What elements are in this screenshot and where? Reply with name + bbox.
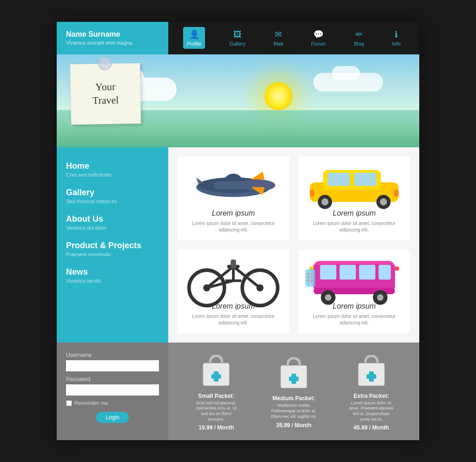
svg-rect-10: [328, 173, 350, 186]
brand-name: Name Surname: [66, 30, 159, 39]
content-grid: Lorem ipsum Lorem ipsum dolor sit amet, …: [168, 147, 419, 343]
nav-label-gallery: Gallery: [230, 41, 246, 46]
svg-rect-27: [231, 259, 236, 268]
card-icon-bike: [185, 257, 282, 298]
sticky-note: YourTravel: [70, 63, 141, 125]
svg-rect-59: [366, 374, 376, 379]
price-desc-medium: Vestibulum mattis. Pellentesque ut dolor…: [271, 403, 317, 419]
nav-item-gallery[interactable]: 🖼 Gallery: [226, 27, 250, 49]
sidebar-item-title: News: [66, 267, 159, 277]
sidebar-item-subtitle: Sed rhoncus metus eu: [66, 198, 159, 204]
content-card-airplane: Lorem ipsum Lorem ipsum dolor sit amet, …: [178, 157, 289, 240]
nav-label-mail: Mail: [274, 41, 283, 46]
price-amount-small: 19.99 / Month: [198, 424, 234, 431]
main-area: Home Cras sed sollicitudin Gallery Sed r…: [57, 147, 419, 343]
password-input[interactable]: [66, 384, 159, 396]
username-label: Username: [66, 352, 159, 358]
sidebar-item-gallery[interactable]: Gallery Sed rhoncus metus eu: [66, 188, 159, 204]
card-desc-car: Lorem ipsum dolor sit amet, consectetur …: [305, 220, 403, 233]
price-title-extra: Extra Packet:: [354, 393, 389, 399]
username-input[interactable]: [66, 360, 159, 371]
bag-icon-extra: [355, 352, 388, 389]
sidebar: Home Cras sed sollicitudin Gallery Sed r…: [57, 147, 168, 343]
nav-label-profile: Profile: [187, 41, 201, 46]
card-icon-car: [305, 164, 403, 205]
svg-rect-42: [305, 269, 315, 287]
sidebar-item-subtitle: Cras sed sollicitudin: [66, 172, 159, 178]
svg-rect-31: [320, 265, 337, 280]
nav-item-mail[interactable]: ✉ Mail: [270, 27, 287, 49]
content-card-bike: Lorem ipsum Lorem ipsum dolor sit amet, …: [178, 250, 289, 333]
nav-label-forum: Forum: [311, 41, 326, 46]
login-button[interactable]: Login: [96, 412, 128, 423]
svg-rect-34: [379, 265, 391, 280]
header-brand: Name Surname Vivamus suscipit sem magna.: [57, 22, 168, 54]
nav-item-info[interactable]: ℹ Info: [388, 27, 404, 49]
svg-point-39: [377, 294, 383, 301]
svg-rect-32: [340, 265, 356, 280]
cloud-decoration-2: [313, 73, 383, 92]
svg-point-37: [325, 294, 331, 301]
password-label: Password: [66, 376, 159, 383]
hero-banner: YourTravel: [57, 54, 419, 147]
nav-label-blog: Blog: [354, 41, 364, 46]
svg-rect-41: [395, 267, 399, 271]
card-icon-bus: [305, 257, 403, 298]
remember-me-label[interactable]: Remember me: [66, 400, 159, 406]
mail-icon: ✉: [275, 29, 282, 40]
sun-decoration: [264, 82, 292, 110]
nav-item-forum[interactable]: 💬 Forum: [307, 27, 330, 49]
sidebar-item-title: Product & Projects: [66, 241, 159, 251]
card-desc-bike: Lorem ipsum dolor sit amet, consectetur …: [185, 313, 282, 326]
bag-icon-medium: [278, 354, 310, 391]
svg-rect-51: [212, 374, 221, 379]
price-desc-small: Duis sed nsl placerat. Sed lacinia arcu …: [193, 401, 239, 422]
price-title-medium: Medium Packet:: [272, 395, 315, 402]
remember-me-checkbox[interactable]: [66, 400, 72, 406]
svg-rect-55: [289, 377, 298, 382]
nav-item-blog[interactable]: ✏ Blog: [350, 27, 368, 49]
content-card-car: Lorem ipsum Lorem ipsum dolor sit amet, …: [298, 157, 410, 240]
price-card-medium: Medium Packet: Vestibulum mattis. Pellen…: [271, 354, 317, 428]
blog-icon: ✏: [356, 29, 363, 40]
sidebar-item-product-&-projects[interactable]: Product & Projects Praesent commodo: [66, 241, 159, 257]
price-amount-extra: 45.99 / Month: [354, 424, 389, 431]
card-desc-airplane: Lorem ipsum dolor sit amet, consectetur …: [185, 220, 282, 233]
sidebar-item-about-us[interactable]: About Us Vivamus dui diam: [66, 214, 159, 231]
nav-label-info: Info: [392, 41, 400, 46]
price-card-extra: Extra Packet: Lorem ipsum dolor sit amet…: [348, 352, 395, 431]
content-card-bus: Lorem ipsum Lorem ipsum dolor sit amet, …: [298, 250, 410, 333]
sidebar-item-subtitle: Vivamus iaculis: [66, 278, 159, 284]
card-icon-airplane: [185, 164, 282, 205]
sidebar-item-news[interactable]: News Vivamus iaculis: [66, 267, 159, 284]
pricing-panel: Small Packet: Duis sed nsl placerat. Sed…: [168, 343, 419, 441]
header: Name Surname Vivamus suscipit sem magna.…: [57, 22, 419, 54]
price-card-small: Small Packet: Duis sed nsl placerat. Sed…: [193, 352, 239, 431]
profile-icon: 👤: [189, 29, 199, 40]
sticky-note-text: YourTravel: [92, 80, 119, 107]
svg-rect-5: [214, 181, 253, 189]
footer-area: Username Password Remember me Login Smal…: [57, 343, 419, 441]
header-nav: 👤 Profile 🖼 Gallery ✉ Mail 💬 Forum ✏ Blo…: [168, 22, 419, 54]
bag-icon-small: [200, 352, 232, 389]
price-amount-medium: 35.99 / Month: [276, 422, 311, 429]
gallery-icon: 🖼: [233, 30, 242, 40]
price-desc-extra: Lorem ipsum dolor sit amet. Praesent ege…: [348, 401, 395, 422]
info-icon: ℹ: [395, 29, 398, 40]
sidebar-item-home[interactable]: Home Cras sed sollicitudin: [66, 161, 159, 178]
brand-tagline: Vivamus suscipit sem magna.: [66, 40, 159, 46]
forum-icon: 💬: [313, 29, 324, 40]
svg-rect-33: [359, 265, 376, 280]
svg-rect-17: [394, 190, 399, 197]
price-title-small: Small Packet:: [198, 393, 234, 399]
nav-item-profile[interactable]: 👤 Profile: [183, 27, 205, 49]
card-desc-bus: Lorem ipsum dolor sit amet, consectetur …: [305, 313, 403, 326]
sidebar-item-title: About Us: [66, 214, 159, 224]
login-panel: Username Password Remember me Login: [57, 343, 168, 441]
svg-rect-16: [310, 190, 315, 197]
svg-marker-6: [251, 172, 264, 179]
website-wrapper: Name Surname Vivamus suscipit sem magna.…: [57, 22, 419, 441]
sidebar-item-title: Gallery: [66, 188, 159, 198]
svg-rect-11: [354, 173, 377, 186]
sidebar-item-title: Home: [66, 161, 159, 171]
